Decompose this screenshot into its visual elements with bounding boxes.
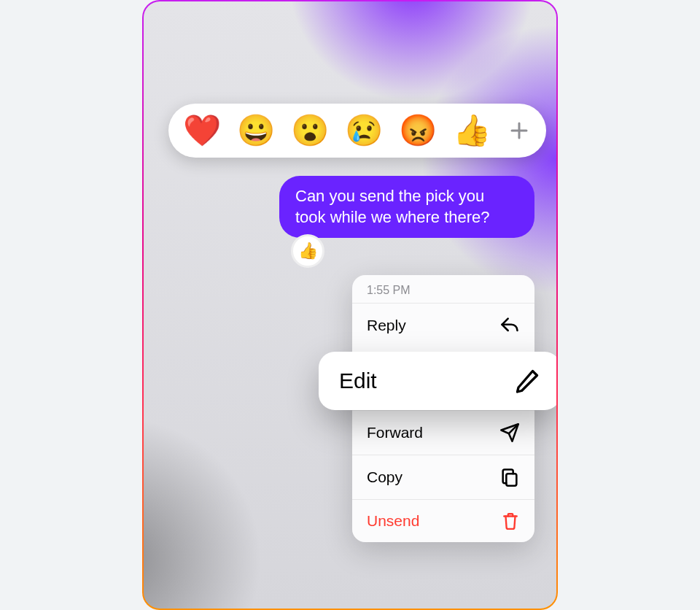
phone-frame: ❤️ 😀 😮 😢 😡 👍 Can you send the pick you t…: [142, 0, 558, 610]
reaction-angry-icon[interactable]: 😡: [399, 115, 437, 146]
reaction-heart-icon[interactable]: ❤️: [183, 115, 221, 146]
reaction-cry-icon[interactable]: 😢: [345, 115, 383, 146]
menu-label: Forward: [367, 424, 423, 441]
add-reaction-icon[interactable]: [507, 118, 532, 143]
reaction-grin-icon[interactable]: 😀: [237, 115, 275, 146]
menu-item-edit[interactable]: Edit: [319, 352, 556, 410]
reaction-badge-emoji: 👍: [298, 242, 318, 260]
reply-icon: [499, 315, 520, 336]
trash-icon: [501, 511, 520, 530]
pencil-icon: [514, 368, 540, 394]
message-text: Can you send the pick you took while we …: [295, 187, 490, 226]
reaction-surprised-icon[interactable]: 😮: [291, 115, 329, 146]
menu-label: Unsend: [367, 512, 419, 530]
copy-icon: [499, 467, 520, 487]
menu-item-reply[interactable]: Reply: [352, 303, 534, 347]
message-bubble[interactable]: Can you send the pick you took while we …: [279, 176, 534, 238]
menu-label: Edit: [339, 368, 377, 393]
menu-item-copy[interactable]: Copy: [352, 455, 534, 499]
svg-rect-2: [506, 474, 516, 485]
send-icon: [499, 422, 520, 443]
chat-background: ❤️ 😀 😮 😢 😡 👍 Can you send the pick you t…: [144, 1, 556, 609]
message-timestamp: 1:55 PM: [352, 275, 534, 303]
reaction-bar: ❤️ 😀 😮 😢 😡 👍: [168, 104, 546, 158]
menu-item-unsend[interactable]: Unsend: [352, 499, 534, 542]
reaction-badge[interactable]: 👍: [291, 234, 324, 268]
menu-label: Reply: [367, 317, 406, 334]
menu-item-forward[interactable]: Forward: [352, 410, 534, 455]
menu-label: Copy: [367, 468, 402, 486]
reaction-thumbs-up-icon[interactable]: 👍: [453, 115, 491, 146]
